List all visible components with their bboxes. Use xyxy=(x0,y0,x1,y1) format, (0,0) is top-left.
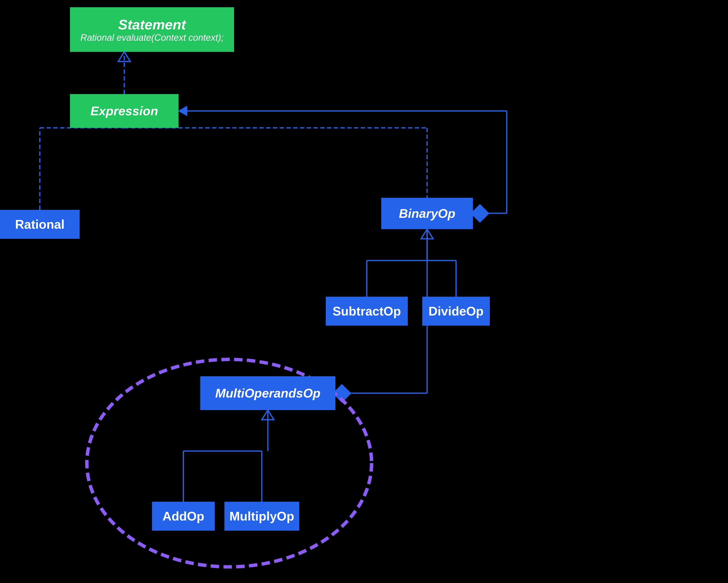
subtractop-label: SubtractOp xyxy=(333,304,401,318)
subtractop-box: SubtractOp xyxy=(326,297,408,326)
statement-subtitle: Rational evaluate(Context context); xyxy=(80,32,224,43)
expression-label: Expression xyxy=(90,104,158,118)
rational-box: Rational xyxy=(0,210,80,239)
statement-box: Statement Rational evaluate(Context cont… xyxy=(70,7,234,52)
binaryop-label: BinaryOp xyxy=(399,206,455,221)
multioperandsop-box: MultiOperandsOp xyxy=(200,376,335,410)
rational-label: Rational xyxy=(15,217,64,232)
divideop-label: DivideOp xyxy=(428,304,484,318)
statement-title: Statement xyxy=(118,17,186,32)
diagram-container: Statement Rational evaluate(Context cont… xyxy=(0,0,728,583)
svg-marker-1 xyxy=(118,52,130,61)
addop-label: AddOp xyxy=(162,509,204,524)
divideop-box: DivideOp xyxy=(422,297,490,326)
multiplyop-label: MultiplyOp xyxy=(230,509,294,524)
multiplyop-box: MultiplyOp xyxy=(225,502,299,531)
expression-box: Expression xyxy=(70,94,179,128)
addop-box: AddOp xyxy=(152,502,215,531)
svg-rect-7 xyxy=(471,204,489,223)
svg-marker-16 xyxy=(421,229,433,239)
binaryop-box: BinaryOp xyxy=(381,198,473,229)
multioperandsop-label: MultiOperandsOp xyxy=(215,386,320,400)
diagram-lines xyxy=(0,0,728,583)
svg-marker-24 xyxy=(262,410,274,420)
svg-marker-11 xyxy=(179,106,187,116)
